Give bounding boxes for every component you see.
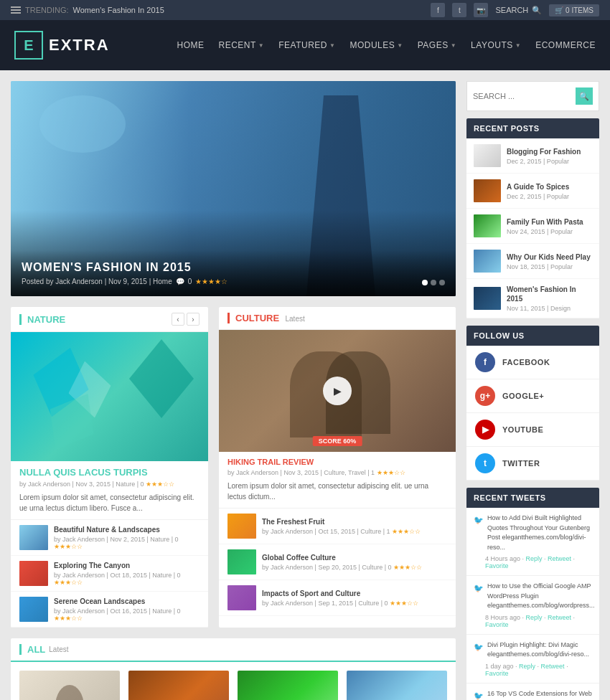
- cart-button[interactable]: 🛒 0 ITEMS: [549, 4, 599, 16]
- hamburger-icon[interactable]: [11, 6, 21, 14]
- post-thumbnail: [19, 597, 48, 622]
- post-meta: by Jack Anderson | Oct 15, 2015 | Cultur…: [262, 528, 447, 535]
- post-title[interactable]: Global Coffee Culture: [262, 553, 447, 562]
- nav-recent[interactable]: RECENT▼: [218, 40, 264, 50]
- post-info: Impacts of Sport and Culture by Jack And…: [262, 589, 447, 607]
- card-image: [347, 671, 447, 700]
- post-info: Serene Ocean Landscapes by Jack Anderson…: [54, 597, 200, 622]
- navigation: E EXTRA HOME RECENT▼ FEATURED▼ MODULES▼ …: [0, 20, 610, 70]
- culture-post-title[interactable]: HIKING TRAIL REVIEW: [219, 452, 456, 469]
- instagram-topbar-icon[interactable]: 📷: [474, 3, 488, 17]
- search-input[interactable]: [473, 92, 576, 100]
- search-top[interactable]: SEARCH 🔍: [495, 6, 542, 15]
- all-title: ALL: [19, 644, 45, 655]
- tweet-actions: 1 day ago · Reply · Retweet · Favorite: [485, 663, 592, 677]
- trending-text: Women's Fashion In 2015: [73, 6, 164, 14]
- top-bar: TRENDING: Women's Fashion In 2015 f t 📷 …: [0, 0, 610, 20]
- tweet-3: 🐦 Divi Plugin Highlight: Divi Magic eleg…: [466, 635, 599, 684]
- nav-featured[interactable]: FEATURED▼: [278, 40, 335, 50]
- prev-arrow[interactable]: ‹: [172, 313, 184, 326]
- logo[interactable]: E EXTRA: [14, 31, 110, 60]
- post-title[interactable]: Serene Ocean Landscapes: [54, 597, 200, 606]
- post-info: Women's Fashion In 2015 Nov 11, 2015 | D…: [507, 285, 592, 312]
- reply-link[interactable]: Reply: [519, 663, 535, 670]
- hero-dot-3[interactable]: [439, 280, 445, 285]
- search-button[interactable]: 🔍: [576, 88, 593, 105]
- star-rating: ★★★☆☆: [393, 564, 422, 571]
- facebook-topbar-icon[interactable]: f: [431, 3, 445, 17]
- twitter-follow-button[interactable]: t TWITTER: [466, 447, 599, 481]
- chevron-down-icon: ▼: [397, 42, 403, 49]
- post-meta: Dec 2, 2015 | Popular: [507, 158, 592, 165]
- twitter-bird-icon: 🐦: [474, 641, 484, 660]
- next-arrow[interactable]: ›: [187, 313, 200, 326]
- youtube-follow-button[interactable]: ▶ YOUTUBE: [466, 413, 599, 447]
- list-item: Why Our Kids Need Play Nov 18, 2015 | Po…: [466, 244, 599, 279]
- favorite-link[interactable]: Favorite: [485, 562, 509, 569]
- follow-us-widget: FOLLOW US f FACEBOOK g+ GOOGLE+ ▶ YOUTUB…: [466, 326, 599, 481]
- sections-row: NATURE ‹ › NULLA QUIS LACUS TURPIS by Ja…: [11, 307, 456, 628]
- hero-title: WOMEN'S FASHION IN 2015: [22, 261, 445, 274]
- post-info: Global Coffee Culture by Jack Anderson |…: [262, 553, 447, 571]
- post-title[interactable]: The Freshest Fruit: [262, 517, 447, 526]
- nav-modules[interactable]: MODULES▼: [349, 40, 403, 50]
- post-title[interactable]: Beautiful Nature & Landscapes: [54, 525, 200, 534]
- play-button[interactable]: ▶: [323, 377, 352, 405]
- post-thumbnail: [19, 561, 48, 586]
- logo-text: EXTRA: [49, 36, 110, 55]
- list-item: Serene Ocean Landscapes by Jack Anderson…: [11, 592, 208, 628]
- sidebar: 🔍 RECENT POSTS Blogging For Fashion Dec …: [466, 81, 599, 700]
- hero-dot-1[interactable]: [422, 280, 428, 285]
- score-badge: SCORE 60%: [313, 436, 362, 446]
- star-rating: ★★★★☆: [195, 278, 227, 285]
- retweet-link[interactable]: Retweet: [541, 663, 565, 670]
- post-info: A Guide To Spices Dec 2, 2015 | Popular: [507, 182, 592, 200]
- retweet-link[interactable]: Retweet: [548, 614, 571, 621]
- post-meta: by Jack Anderson | Oct 16, 2015 | Nature…: [54, 607, 200, 622]
- star-rating: ★★★☆☆: [390, 600, 418, 607]
- hero-dot-2[interactable]: [431, 280, 436, 285]
- youtube-label: YOUTUBE: [502, 425, 543, 434]
- post-title[interactable]: Family Fun With Pasta: [507, 217, 592, 227]
- tweet-4: 🐦 16 Top VS Code Extensions for Web Deve…: [466, 684, 599, 701]
- nav-pages[interactable]: PAGES▼: [418, 40, 456, 50]
- twitter-topbar-icon[interactable]: t: [452, 3, 466, 17]
- tweets-header: RECENT TWEETS: [466, 488, 599, 508]
- nav-ecommerce[interactable]: ECOMMERCE: [535, 40, 596, 50]
- culture-title-group: CULTURE Latest: [227, 313, 305, 323]
- hero-section: WOMEN'S FASHION IN 2015 Posted by Jack A…: [11, 81, 456, 296]
- recent-posts-header: RECENT POSTS: [466, 118, 599, 138]
- google-follow-button[interactable]: g+ GOOGLE+: [466, 379, 599, 413]
- hero-cloud: [39, 95, 126, 153]
- tweet-actions: 4 Hours ago · Reply · Retweet · Favorite: [485, 555, 592, 569]
- post-title[interactable]: Women's Fashion In 2015: [507, 285, 592, 303]
- hero-meta: Posted by Jack Anderson | Nov 9, 2015 | …: [22, 278, 445, 285]
- twitter-label: TWITTER: [502, 459, 540, 468]
- post-title[interactable]: Blogging For Fashion: [507, 147, 592, 156]
- tweet-1: 🐦 How to Add Divi Built Highlighted Quot…: [466, 508, 599, 576]
- post-title[interactable]: Why Our Kids Need Play: [507, 252, 592, 262]
- follow-us-header: FOLLOW US: [466, 326, 599, 346]
- reply-link[interactable]: Reply: [526, 614, 543, 621]
- nature-post-excerpt: Lorem ipsum dolor sit amet, consectetur …: [11, 492, 208, 519]
- nav-home[interactable]: HOME: [177, 40, 204, 50]
- facebook-follow-button[interactable]: f FACEBOOK: [466, 346, 599, 379]
- list-item: Beautiful Nature & Landscapes by Jack An…: [11, 520, 208, 556]
- retweet-link[interactable]: Retweet: [548, 555, 571, 562]
- post-title[interactable]: Impacts of Sport and Culture: [262, 589, 447, 598]
- post-title[interactable]: A Guide To Spices: [507, 182, 592, 191]
- favorite-link[interactable]: Favorite: [485, 670, 509, 677]
- favorite-link[interactable]: Favorite: [485, 621, 509, 628]
- nature-post-title[interactable]: NULLA QUIS LACUS TURPIS: [11, 461, 208, 481]
- star-rating: ★★★☆☆: [146, 481, 174, 488]
- reply-link[interactable]: Reply: [526, 555, 543, 562]
- post-title[interactable]: Exploring The Canyon: [54, 561, 200, 570]
- post-thumbnail: [474, 144, 501, 167]
- post-thumbnail: [474, 214, 501, 237]
- post-meta: by Jack Anderson | Sep 20, 2015 | Cultur…: [262, 564, 447, 571]
- tweet-text: 🐦 How to Add Divi Built Highlighted Quot…: [474, 514, 592, 552]
- logo-icon: E: [14, 31, 43, 60]
- googleplus-icon: g+: [475, 386, 495, 406]
- nav-layouts[interactable]: LAYOUTS▼: [471, 40, 521, 50]
- hero-dots: [422, 280, 445, 285]
